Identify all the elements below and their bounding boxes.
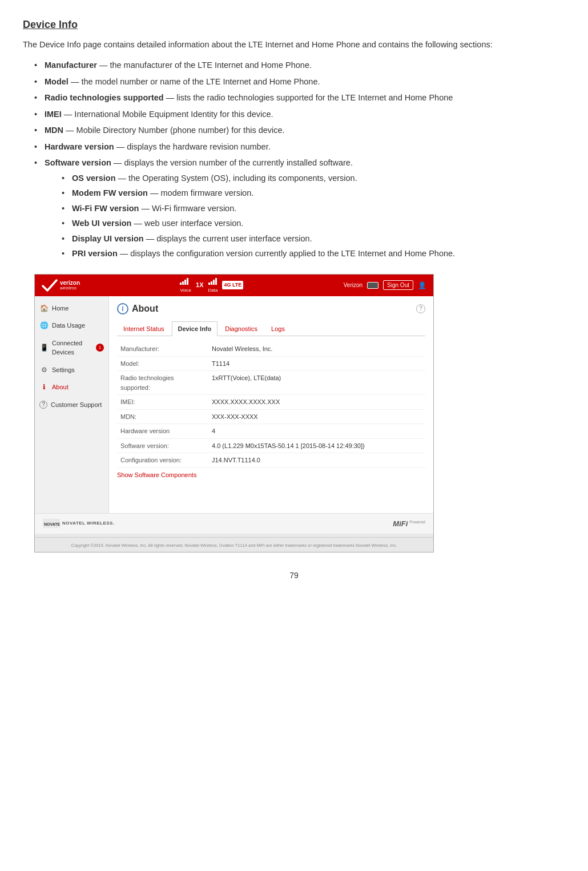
tab-device-info[interactable]: Device Info bbox=[172, 321, 218, 337]
desc-wifi-fw: — Wi-Fi firmware version. bbox=[139, 204, 236, 213]
row-value-imei: XXXX.XXXX.XXXX.XXX bbox=[208, 395, 425, 410]
1x-label: 1X bbox=[196, 280, 203, 290]
settings-icon: ⚙ bbox=[39, 365, 49, 374]
row-label-hardware: Hardware version bbox=[117, 424, 208, 439]
desc-software: — displays the version number of the cur… bbox=[111, 158, 353, 167]
verizon-checkmark-icon bbox=[42, 279, 58, 292]
list-item: Model — the model number or name of the … bbox=[34, 75, 565, 88]
sub-list-item: Modem FW version — modem firmware versio… bbox=[62, 187, 565, 199]
verizon-logo: verizon wireless bbox=[42, 279, 80, 292]
voice-label: Voice bbox=[180, 287, 191, 294]
screenshot-container: verizon wireless Voice 1X bbox=[34, 274, 434, 553]
sidebar-item-customer-support[interactable]: ? Customer Support bbox=[35, 396, 108, 414]
sidebar-item-home[interactable]: 🏠 Home bbox=[35, 300, 108, 317]
row-value-config: J14.NVT.T1114.0 bbox=[208, 453, 425, 468]
sidebar-label-about: About bbox=[52, 382, 69, 392]
svg-text:NOVATEL: NOVATEL bbox=[44, 522, 60, 526]
term-mdn: MDN bbox=[45, 126, 63, 135]
sidebar-label-data-usage: Data Usage bbox=[52, 321, 85, 330]
table-row: Hardware version 4 bbox=[117, 424, 425, 439]
tab-internet-status[interactable]: Internet Status bbox=[117, 321, 171, 336]
sub-list-item: Wi-Fi FW version — Wi-Fi firmware versio… bbox=[62, 202, 565, 215]
tab-diagnostics[interactable]: Diagnostics bbox=[219, 321, 264, 336]
mifi-label: MiFi bbox=[393, 519, 408, 528]
desc-os: — the Operating System (OS), including i… bbox=[116, 174, 357, 183]
term-wifi-fw: Wi-Fi FW version bbox=[72, 204, 139, 213]
term-imei: IMEI bbox=[45, 110, 62, 119]
sub-list-item: Display UI version — displays the curren… bbox=[62, 232, 565, 245]
list-item: IMEI — International Mobile Equipment Id… bbox=[34, 108, 565, 120]
sidebar-item-settings[interactable]: ⚙ Settings bbox=[35, 361, 108, 379]
connected-devices-icon: 📱 bbox=[39, 343, 49, 352]
row-value-radio: 1xRTT(Voice), LTE(data) bbox=[208, 371, 425, 395]
sidebar-item-data-usage[interactable]: 🌐 Data Usage bbox=[35, 317, 108, 334]
screenshot-footer: NOVATEL NOVATEL WIRELESS. MiFi Powered bbox=[35, 513, 433, 534]
list-item: Manufacturer — the manufacturer of the L… bbox=[34, 59, 565, 71]
sidebar-label-home: Home bbox=[52, 304, 69, 313]
term-os: OS version bbox=[72, 174, 116, 183]
footer-divider bbox=[35, 537, 433, 538]
sidebar-item-about[interactable]: ℹ About bbox=[35, 378, 108, 396]
sidebar-label-customer-support: Customer Support bbox=[51, 400, 102, 410]
desc-web-ui: — web user interface version. bbox=[131, 219, 243, 228]
sub-list-item: PRI version — displays the configuration… bbox=[62, 247, 565, 260]
table-row: Radio technologies supported: 1xRTT(Voic… bbox=[117, 371, 425, 395]
tab-logs[interactable]: Logs bbox=[265, 321, 291, 336]
row-value-hardware: 4 bbox=[208, 424, 425, 439]
desc-hardware: — displays the hardware revision number. bbox=[114, 142, 271, 151]
row-label-mdn: MDN: bbox=[117, 409, 208, 424]
copyright-text: Copyright ©2015. Novatel Wireless, Inc. … bbox=[35, 540, 433, 552]
desc-mdn: — Mobile Directory Number (phone number)… bbox=[63, 126, 285, 135]
row-value-software: 4.0 (L1.229 M0x15TAS-50.14 1 [2015-08-14… bbox=[208, 438, 425, 453]
screenshot-body: 🏠 Home 🌐 Data Usage 📱 Connected Devices … bbox=[35, 296, 433, 513]
main-bullet-list: Manufacturer — the manufacturer of the L… bbox=[34, 59, 565, 260]
term-web-ui: Web UI version bbox=[72, 219, 131, 228]
sidebar: 🏠 Home 🌐 Data Usage 📱 Connected Devices … bbox=[35, 296, 109, 513]
row-value-mdn: XXX-XXX-XXXX bbox=[208, 409, 425, 424]
main-content: i About ? Internet Status Device Info Di… bbox=[109, 296, 433, 513]
term-model: Model bbox=[45, 77, 69, 86]
desc-imei: — International Mobile Equipment Identit… bbox=[62, 110, 273, 119]
row-label-imei: IMEI: bbox=[117, 395, 208, 410]
desc-manufacturer: — the manufacturer of the LTE Internet a… bbox=[97, 61, 312, 70]
table-row: Manufacturer: Novatel Wireless, Inc. bbox=[117, 342, 425, 356]
intro-text: The Device Info page contains detailed i… bbox=[23, 38, 565, 51]
lte-badge: 4G LTE bbox=[222, 281, 243, 290]
term-software: Software version bbox=[45, 158, 111, 167]
table-row: Configuration version: J14.NVT.T1114.0 bbox=[117, 453, 425, 468]
desc-display-ui: — displays the current user interface ve… bbox=[144, 234, 312, 243]
sub-list-item: Web UI version — web user interface vers… bbox=[62, 217, 565, 229]
list-item: Hardware version — displays the hardware… bbox=[34, 140, 565, 153]
sign-out-button[interactable]: Sign Out bbox=[383, 280, 413, 290]
section-header: i About ? bbox=[117, 302, 425, 316]
row-value-manufacturer: Novatel Wireless, Inc. bbox=[208, 342, 425, 356]
row-label-radio: Radio technologies supported: bbox=[117, 371, 208, 395]
table-row: MDN: XXX-XXX-XXXX bbox=[117, 409, 425, 424]
row-label-config: Configuration version: bbox=[117, 453, 208, 468]
row-label-software: Software version: bbox=[117, 438, 208, 453]
page-number: 79 bbox=[23, 570, 565, 582]
desc-pri: — displays the configuration version cur… bbox=[118, 249, 455, 258]
top-bar-right: Verizon Sign Out 👤 bbox=[344, 280, 426, 291]
term-manufacturer: Manufacturer bbox=[45, 61, 97, 70]
help-icon[interactable]: ? bbox=[416, 304, 425, 313]
sidebar-label-settings: Settings bbox=[52, 365, 75, 375]
table-row: IMEI: XXXX.XXXX.XXXX.XXX bbox=[117, 395, 425, 410]
desc-modem-fw: — modem firmware version. bbox=[148, 188, 253, 197]
battery-icon bbox=[367, 282, 378, 289]
network-label: Verizon bbox=[344, 281, 363, 289]
row-value-model: T1114 bbox=[208, 356, 425, 371]
sub-bullet-list: OS version — the Operating System (OS), … bbox=[62, 172, 565, 260]
data-usage-icon: 🌐 bbox=[39, 321, 49, 330]
desc-model: — the model number or name of the LTE In… bbox=[69, 77, 320, 86]
table-row: Model: T1114 bbox=[117, 356, 425, 371]
term-hardware: Hardware version bbox=[45, 142, 114, 151]
table-row: Software version: 4.0 (L1.229 M0x15TAS-5… bbox=[117, 438, 425, 453]
customer-support-icon: ? bbox=[39, 401, 47, 409]
show-software-components-link[interactable]: Show Software Components bbox=[117, 470, 196, 480]
novatel-label: NOVATEL WIRELESS. bbox=[62, 520, 115, 527]
connected-devices-badge: 1 bbox=[96, 344, 104, 352]
data-signal-icon bbox=[208, 277, 217, 285]
data-label: Data bbox=[208, 287, 218, 294]
sidebar-item-connected-devices[interactable]: 📱 Connected Devices 1 bbox=[35, 334, 108, 361]
